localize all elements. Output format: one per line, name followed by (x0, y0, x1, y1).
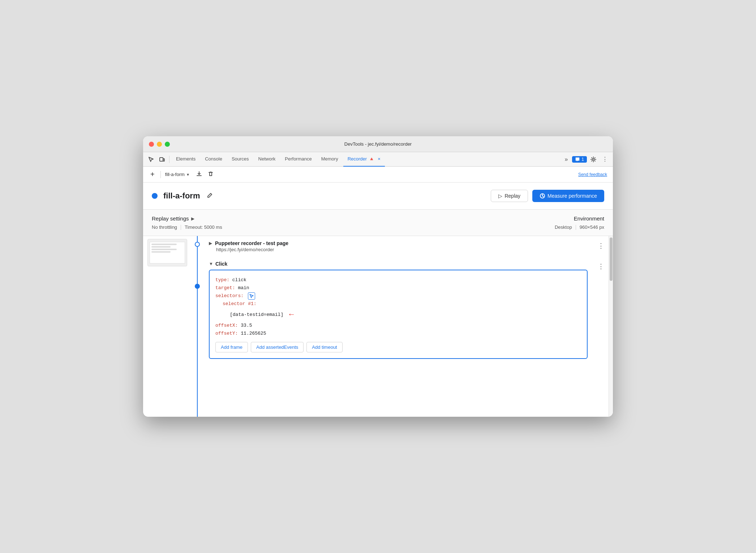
meta-separator (181, 225, 181, 230)
step-thumbnail (147, 239, 187, 266)
inspect-element-icon[interactable] (146, 155, 156, 164)
timeline-wrapper: ▶ Puppeteer recorder - test page https:/… (190, 236, 609, 417)
recording-title: fill-a-form (163, 191, 200, 201)
download-recording-button[interactable] (195, 170, 203, 180)
recording-status-dot (152, 193, 158, 199)
puppeteer-step: ▶ Puppeteer recorder - test page https:/… (205, 236, 609, 257)
more-options-icon[interactable]: ⋮ (600, 154, 610, 164)
recorder-toolbar: + fill-a-form ▾ Send feedback (143, 167, 613, 183)
devtools-window: DevTools - jec.fyi/demo/recorder Element… (143, 136, 613, 417)
puppeteer-step-content: ▶ Puppeteer recorder - test page https:/… (205, 240, 593, 252)
click-step: ▼ Click type: click target: main (205, 257, 609, 363)
code-action-buttons: Add frame Add assertedEvents Add timeout (215, 342, 581, 352)
click-step-content: ▼ Click type: click target: main (205, 261, 593, 359)
svg-rect-0 (160, 158, 163, 161)
code-offsetY-line: offsetY: 11.265625 (215, 330, 581, 338)
code-selectors-line: selectors: (215, 292, 581, 300)
devtools-tabbar: Elements Console Sources Network Perform… (143, 152, 613, 167)
code-selector1-val-line: [data-testid=email] ← (215, 308, 581, 321)
replay-settings-left: Replay settings ▶ No throttling Timeout:… (152, 215, 222, 230)
red-arrow-indicator: ← (289, 308, 294, 321)
vertical-scrollbar[interactable] (609, 236, 613, 417)
code-offsetX-line: offsetX: 33.5 (215, 322, 581, 330)
settings-icon[interactable] (588, 155, 598, 164)
selector-picker-icon[interactable] (248, 292, 255, 300)
minimize-button[interactable] (157, 142, 162, 147)
tab-recorder[interactable]: Recorder 🔺 × (343, 152, 385, 167)
replay-settings-meta: No throttling Timeout: 5000 ms (152, 224, 222, 230)
toolbar-separator (160, 171, 161, 178)
svg-point-2 (593, 158, 594, 160)
replay-settings-title[interactable]: Replay settings ▶ (152, 215, 222, 222)
puppeteer-step-header[interactable]: ▶ Puppeteer recorder - test page (209, 240, 588, 246)
click-step-more-button[interactable]: ⋮ (593, 261, 609, 272)
recording-actions: ▷ Replay Measure performance (491, 190, 604, 202)
add-timeout-button[interactable]: Add timeout (306, 342, 342, 352)
more-tabs-icon[interactable]: » (562, 155, 570, 164)
env-separator (576, 225, 576, 230)
scrollbar-thumb[interactable] (610, 237, 613, 281)
click-step-code: type: click target: main selectors: (209, 270, 588, 359)
delete-recording-button[interactable] (206, 170, 215, 180)
chat-button[interactable]: 1 (572, 156, 587, 163)
replay-settings-right: Environment Desktop 960×546 px (555, 215, 604, 230)
timeline-line (190, 236, 205, 417)
close-button[interactable] (149, 142, 154, 147)
environment-meta: Desktop 960×546 px (555, 224, 604, 230)
window-title: DevTools - jec.fyi/demo/recorder (344, 141, 412, 147)
add-asserted-events-button[interactable]: Add assertedEvents (251, 342, 304, 352)
send-feedback-button[interactable]: Send feedback (578, 172, 607, 177)
tab-performance[interactable]: Performance (280, 152, 316, 167)
devtools-settings: 1 ⋮ (572, 154, 610, 164)
code-target-line: target: main (215, 284, 581, 292)
replay-button[interactable]: ▷ Replay (491, 190, 528, 202)
add-recording-button[interactable]: + (149, 169, 156, 180)
measure-performance-button[interactable]: Measure performance (532, 190, 604, 202)
titlebar: DevTools - jec.fyi/demo/recorder (143, 136, 613, 152)
device-toggle-icon[interactable] (157, 155, 167, 164)
maximize-button[interactable] (165, 142, 170, 147)
tab-memory[interactable]: Memory (317, 152, 343, 167)
steps-list: ▶ Puppeteer recorder - test page https:/… (205, 236, 609, 417)
tab-separator (169, 156, 169, 163)
timeline-node-puppeteer (195, 242, 200, 247)
puppeteer-step-more-button[interactable]: ⋮ (593, 240, 609, 251)
traffic-lights (149, 142, 170, 147)
tab-network[interactable]: Network (254, 152, 280, 167)
click-step-header[interactable]: ▼ Click (209, 261, 588, 267)
timeline-node-click (195, 284, 200, 289)
steps-outer: ▶ Puppeteer recorder - test page https:/… (143, 236, 613, 417)
replay-settings-bar: Replay settings ▶ No throttling Timeout:… (143, 210, 613, 236)
recording-selector[interactable]: fill-a-form ▾ (165, 172, 189, 177)
recording-header: fill-a-form ▷ Replay Measure performance (143, 183, 613, 210)
tab-console[interactable]: Console (201, 152, 227, 167)
tab-elements[interactable]: Elements (172, 152, 200, 167)
add-frame-button[interactable]: Add frame (215, 342, 248, 352)
svg-rect-1 (163, 159, 164, 161)
recording-action-icons (195, 170, 215, 180)
thumbnail-col (143, 236, 190, 417)
code-selector1-line: selector #1: (215, 300, 581, 308)
tab-sources[interactable]: Sources (227, 152, 253, 167)
edit-recording-title-button[interactable] (206, 191, 214, 201)
code-type-line: type: click (215, 276, 581, 284)
